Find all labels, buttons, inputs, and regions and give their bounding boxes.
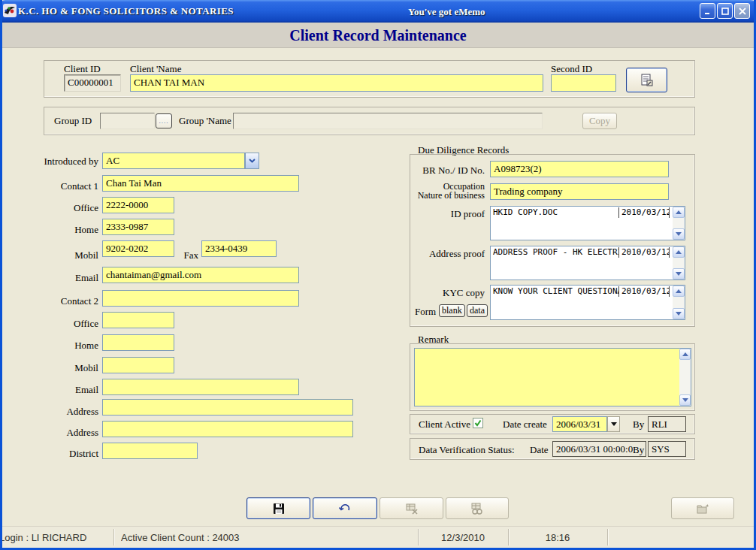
group-name-field[interactable] <box>233 113 543 129</box>
home1-field[interactable]: 2333-0987 <box>102 219 174 235</box>
delete-record-button[interactable] <box>380 497 443 519</box>
id-proof-doc: HKID COPY.DOC <box>491 207 618 219</box>
kyc-copy-list[interactable]: KNOW YOUR CLIENT QUESTIONA 2010/03/12 <box>490 285 685 320</box>
occupation-label: Occupation Nature of business <box>391 182 485 200</box>
arrow-up-icon[interactable] <box>673 246 685 258</box>
kyc-copy-label: KYC copy <box>391 287 485 299</box>
br-no-label: BR No./ ID No. <box>391 165 485 177</box>
undo-button[interactable] <box>313 497 377 519</box>
form-label: Form <box>415 306 436 318</box>
client-id-field[interactable]: C00000001 <box>64 74 121 92</box>
client-name-field[interactable]: CHAN TAI MAN <box>130 74 543 92</box>
statusbar-login: Login : LI RICHARD <box>0 532 110 543</box>
app-logo-icon <box>3 4 17 17</box>
folder-icon <box>695 502 710 515</box>
contact1-field[interactable]: Chan Tai Man <box>102 175 299 192</box>
kyc-copy-row[interactable]: KNOW YOUR CLIENT QUESTIONA 2010/03/12 <box>491 286 685 298</box>
occupation-field[interactable]: Trading company <box>490 183 669 200</box>
office2-label: Office <box>30 318 98 330</box>
floppy-disk-icon <box>272 502 286 515</box>
arrow-up-icon[interactable] <box>679 349 691 360</box>
address-proof-doc: ADDRESS PROOF - HK ELECTRIC <box>491 246 618 258</box>
address2-field[interactable] <box>102 421 353 437</box>
email1-field[interactable]: chantaiman@gmail.com <box>102 267 299 283</box>
date-create-label: Date create <box>503 419 547 431</box>
occupation-label-line2: Nature of business <box>418 190 485 201</box>
arrow-up-icon[interactable] <box>673 207 685 218</box>
dropdown-arrow-icon <box>611 422 617 426</box>
arrow-down-icon[interactable] <box>673 268 685 280</box>
group-id-field[interactable] <box>100 113 155 129</box>
client-active-label: Client Active <box>419 419 470 431</box>
id-proof-label: ID proof <box>391 208 485 220</box>
email2-field[interactable] <box>102 379 299 395</box>
office1-field[interactable]: 2222-0000 <box>102 197 174 213</box>
delete-record-icon <box>404 502 419 515</box>
mobil2-label: Mobil <box>30 362 98 374</box>
copy-button[interactable]: Copy <box>582 113 617 129</box>
verified-by-field[interactable]: SYS <box>648 441 686 457</box>
copy-button-label: Copy <box>589 115 610 127</box>
form-blank-label: blank <box>442 305 462 316</box>
contact2-field[interactable] <box>102 290 299 307</box>
introduced-by-combobox[interactable]: AC <box>102 153 245 169</box>
kyc-copy-date: 2010/03/12 <box>619 286 669 298</box>
form-data-button[interactable]: data <box>467 304 488 317</box>
id-proof-scrollbar[interactable] <box>673 207 685 240</box>
mobil1-field[interactable]: 9202-0202 <box>102 240 174 257</box>
client-document-button[interactable] <box>626 68 667 92</box>
kyc-copy-scrollbar[interactable] <box>673 286 685 319</box>
remark-textarea[interactable] <box>414 348 680 406</box>
home2-field[interactable] <box>102 334 174 351</box>
arrow-down-icon[interactable] <box>673 308 685 319</box>
mobil1-label: Mobil <box>30 249 98 261</box>
second-id-label: Second ID <box>551 63 592 75</box>
window-controls <box>700 3 750 19</box>
id-proof-list[interactable]: HKID COPY.DOC 2010/03/12 <box>490 206 685 240</box>
chevron-down-icon <box>249 159 256 163</box>
statusbar-time: 18:16 <box>508 532 607 543</box>
address1-label: Address <box>30 406 98 418</box>
introduced-by-dropdown-button[interactable] <box>245 153 259 169</box>
fax-field[interactable]: 2334-0439 <box>201 240 277 257</box>
client-active-checkbox[interactable] <box>473 418 483 428</box>
client-id-label: Client ID <box>64 63 101 75</box>
district-field[interactable] <box>102 443 198 459</box>
second-id-field[interactable] <box>551 74 616 92</box>
form-blank-button[interactable]: blank <box>439 304 465 317</box>
address1-field[interactable] <box>102 399 353 416</box>
group-name-label: Group 'Name <box>179 115 231 127</box>
arrow-up-icon[interactable] <box>673 286 685 297</box>
mobil2-field[interactable] <box>102 357 174 373</box>
client-name-label: Client 'Name <box>130 63 181 75</box>
verification-status-label: Data Verification Status: <box>419 444 515 456</box>
maximize-icon[interactable] <box>717 3 733 19</box>
created-by-field[interactable]: RLI <box>648 416 686 432</box>
save-button[interactable] <box>246 497 310 519</box>
id-proof-date: 2010/03/12 <box>619 207 669 219</box>
address-proof-scrollbar[interactable] <box>673 246 685 280</box>
br-no-field[interactable]: A098723(2) <box>490 161 669 177</box>
address-proof-list[interactable]: ADDRESS PROOF - HK ELECTRIC 2010/03/12 <box>490 246 685 280</box>
arrow-down-icon[interactable] <box>679 394 691 406</box>
group-browse-button[interactable]: .... <box>156 113 172 128</box>
statusbar-date: 12/3/2010 <box>418 532 508 543</box>
office2-field[interactable] <box>102 312 174 328</box>
date-create-dropdown-button[interactable] <box>607 416 620 432</box>
title-bar: K.C. HO & FONG SOLICITORS & NOTARIES You… <box>0 0 756 23</box>
find-record-icon <box>470 502 485 515</box>
id-proof-row[interactable]: HKID COPY.DOC 2010/03/12 <box>491 207 685 219</box>
arrow-down-icon[interactable] <box>673 228 685 240</box>
find-record-button[interactable] <box>446 497 509 519</box>
minimize-icon[interactable] <box>700 3 715 19</box>
close-icon[interactable] <box>734 3 750 19</box>
application-window: K.C. HO & FONG SOLICITORS & NOTARIES You… <box>0 0 756 550</box>
date-create-combobox[interactable]: 2006/03/31 <box>552 416 607 432</box>
remark-scrollbar[interactable] <box>679 348 691 406</box>
column-divider <box>669 207 670 218</box>
office1-label: Office <box>30 202 98 214</box>
contact1-label: Contact 1 <box>30 180 98 192</box>
address-proof-row[interactable]: ADDRESS PROOF - HK ELECTRIC 2010/03/12 <box>491 246 685 258</box>
exit-button[interactable] <box>671 497 734 519</box>
ellipsis-icon: .... <box>159 117 169 125</box>
